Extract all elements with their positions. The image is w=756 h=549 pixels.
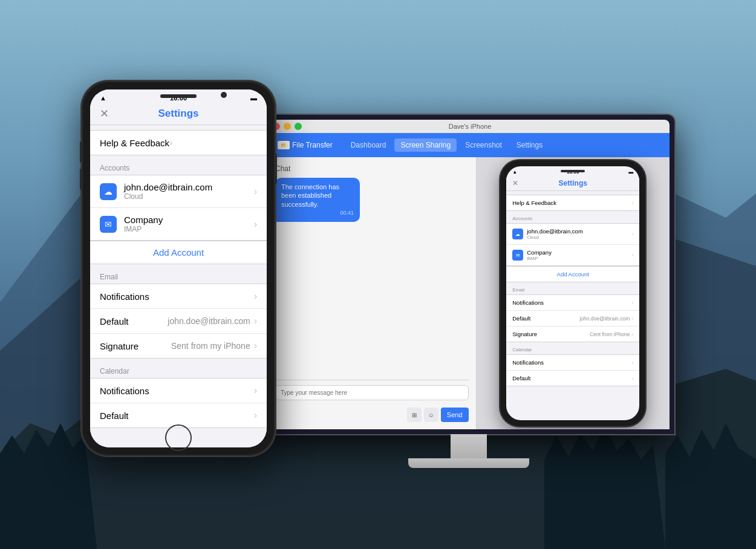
cloud-account-text: john.doe@itbrain.com Cloud: [124, 182, 254, 201]
add-account-btn[interactable]: Add Account: [90, 241, 267, 264]
monitor-screen: Dave's iPhone 📁 File Transfer Dashboard …: [263, 115, 674, 434]
mini-add-account-btn[interactable]: Add Account: [506, 266, 639, 282]
mini-default-row[interactable]: Default john.doe@itbrain.com ›: [506, 311, 639, 326]
mini-cal-header: Calendar: [506, 342, 639, 354]
signal-icon: ▲: [100, 94, 106, 102]
monitor-title-bar: Dave's iPhone: [268, 120, 670, 133]
cal-default-chevron: ›: [254, 410, 257, 421]
accounts-header: Accounts: [90, 155, 267, 175]
help-group: Help & Feedback ›: [90, 130, 267, 155]
cal-notifications-row[interactable]: Notifications ›: [90, 378, 267, 403]
iphone-home-button[interactable]: [165, 424, 192, 451]
mini-help-title: Help & Feedback: [512, 200, 556, 206]
signature-chevron: ›: [254, 340, 257, 351]
mini-nav: ✕ Settings: [506, 177, 639, 191]
signature-row[interactable]: Signature Sent from my iPhone ›: [90, 334, 267, 358]
default-value: john.doe@itbrain.com: [168, 316, 250, 326]
default-row[interactable]: Default john.doe@itbrain.com ›: [90, 309, 267, 334]
mini-accounts-group: ☁ john.doe@itbrain.com Cloud ›: [506, 223, 639, 266]
calendar-header: Calendar: [90, 359, 267, 378]
iphone-vol-down: [80, 169, 82, 190]
mini-imap-row[interactable]: ✉ Company IMAP ›: [506, 245, 639, 265]
mini-close-icon[interactable]: ✕: [512, 179, 518, 187]
app-logo-icon: 📁: [278, 141, 290, 149]
monitor-iphone-speaker: [561, 170, 585, 172]
app-logo-text: File Transfer: [292, 141, 333, 149]
chat-send-btn[interactable]: Send: [441, 408, 469, 422]
mini-settings-screen: ▲ 16:00 ▬ ✕ Settings: [506, 166, 639, 420]
mini-default-value: john.doe@itbrain.com: [579, 316, 630, 322]
iphone-side-button: [275, 154, 277, 184]
monitor-base: [408, 458, 529, 468]
mini-cloud-title: john.doe@itbrain.com: [527, 228, 583, 235]
send-label: Send: [447, 411, 463, 418]
email-group: Notifications › Default john.doe@itbrain…: [90, 284, 267, 359]
cal-notifications-chevron: ›: [254, 385, 257, 396]
app-toolbar: 📁 File Transfer Dashboard Screen Sharing…: [268, 133, 670, 157]
chat-bubble-time: 00:41: [281, 210, 354, 217]
monitor-stand: [263, 434, 674, 468]
mini-sig-value: Cent from iPhone: [590, 331, 630, 337]
mail-icon: ✉: [100, 216, 117, 233]
mini-notif-chevron: ›: [631, 300, 633, 306]
notifications-title: Notifications: [100, 291, 149, 302]
chat-input-area: [275, 380, 469, 400]
mini-cloud-row[interactable]: ☁ john.doe@itbrain.com Cloud ›: [506, 224, 639, 245]
mini-help-group: Help & Feedback ›: [506, 195, 639, 211]
nav-screenshot[interactable]: Screenshot: [459, 138, 508, 152]
mini-cal-group: Notifications › Default ›: [506, 354, 639, 386]
account-cloud-row[interactable]: ☁ john.doe@itbrain.com Cloud ›: [90, 175, 267, 208]
cloud-account-title: john.doe@itbrain.com: [124, 182, 254, 192]
mini-mail-icon: ✉: [512, 250, 523, 261]
mini-cal-notif-chevron: ›: [631, 360, 633, 366]
chat-attach-btn[interactable]: ⊞: [407, 408, 422, 422]
default-title: Default: [100, 316, 129, 326]
settings-list: Help & Feedback › Accounts ☁ john.doe@it…: [90, 125, 267, 447]
chat-label: Chat: [275, 164, 469, 173]
cloud-chevron: ›: [254, 186, 257, 197]
chat-area: Chat The connection has been established…: [268, 157, 477, 429]
monitor: Dave's iPhone 📁 File Transfer Dashboard …: [263, 115, 674, 468]
help-row[interactable]: Help & Feedback ›: [90, 131, 267, 155]
nav-settings[interactable]: Settings: [510, 138, 549, 152]
nav-dashboard[interactable]: Dashboard: [345, 138, 393, 152]
iphone-speaker: [160, 94, 197, 98]
monitor-iphone-screen: ▲ 16:00 ▬ ✕ Settings: [506, 166, 639, 420]
mini-cloud-subtitle: Cloud: [527, 235, 583, 240]
mini-sig-row[interactable]: Signature Cent from iPhone ›: [506, 326, 639, 342]
mini-default-title: Default: [512, 315, 530, 322]
mini-signal: ▲: [512, 169, 517, 175]
add-account-label: Add Account: [153, 247, 204, 258]
signature-value: Sent from my iPhone: [171, 341, 250, 351]
mini-settings-title: Settings: [559, 179, 587, 187]
mini-email-header: Email: [506, 282, 639, 294]
signature-title: Signature: [100, 341, 138, 351]
account-imap-row[interactable]: ✉ Company IMAP ›: [90, 208, 267, 240]
chat-input[interactable]: [275, 385, 469, 400]
monitor-neck: [451, 434, 487, 458]
notifications-row[interactable]: Notifications ›: [90, 284, 267, 309]
chat-emoji-btn[interactable]: ☺: [424, 408, 438, 422]
mini-cal-default-title: Default: [512, 375, 530, 382]
cal-default-row[interactable]: Default ›: [90, 403, 267, 427]
mini-accounts-header: Accounts: [506, 211, 639, 223]
mini-notif-title: Notifications: [512, 299, 544, 306]
iphone-device: ▲ 16:00 ▬ ✕ Settings Help & Feedback ›: [82, 81, 275, 456]
mini-imap-title: Company: [527, 249, 552, 256]
close-icon[interactable]: ✕: [100, 107, 109, 120]
help-title: Help & Feedback: [100, 138, 169, 148]
iphone-camera: [221, 92, 227, 98]
mini-help-chevron: ›: [631, 200, 633, 206]
imap-chevron: ›: [254, 219, 257, 230]
mini-cloud-icon: ☁: [512, 229, 523, 239]
iphone-vol-up: [80, 141, 82, 163]
calendar-group: Notifications › Default ›: [90, 378, 267, 428]
mini-cal-notif-row[interactable]: Notifications ›: [506, 355, 639, 371]
mini-help-row[interactable]: Help & Feedback ›: [506, 195, 639, 210]
mini-cal-default-row[interactable]: Default ›: [506, 371, 639, 386]
screen-sharing-area: ▲ 16:00 ▬ ✕ Settings: [477, 157, 670, 429]
accounts-group: ☁ john.doe@itbrain.com Cloud › ✉ Company: [90, 175, 267, 241]
nav-screen-sharing[interactable]: Screen Sharing: [394, 138, 457, 152]
mini-sig-title: Signature: [512, 331, 537, 337]
mini-notif-row[interactable]: Notifications ›: [506, 295, 639, 311]
